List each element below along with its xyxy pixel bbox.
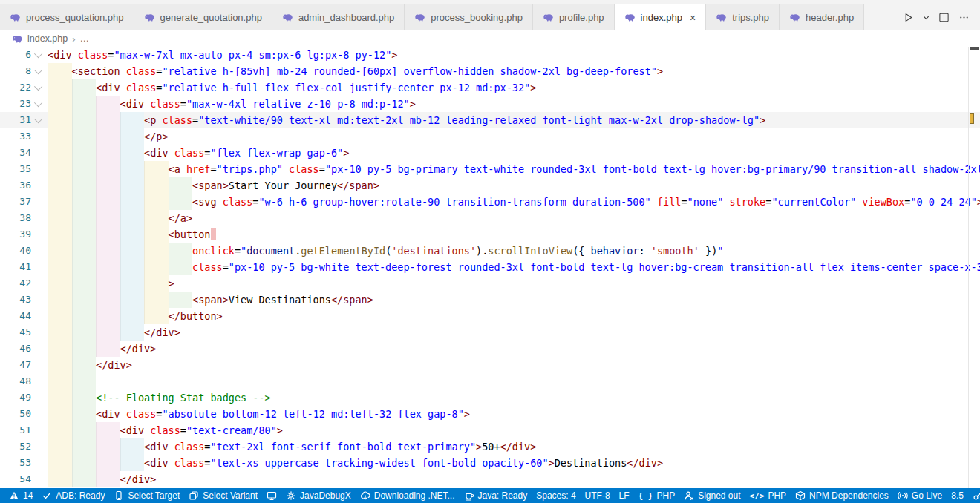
line-number: 43 bbox=[0, 292, 31, 308]
more-actions-icon[interactable] bbox=[957, 12, 971, 23]
code-line-23: 23<div class="max-w-4xl relative z-10 p-… bbox=[0, 96, 980, 112]
status-signed-out[interactable]: Signed out bbox=[679, 488, 745, 503]
indent-band bbox=[48, 210, 72, 226]
gutter: 22 bbox=[0, 79, 48, 96]
code-line-41: 41class="px-10 py-5 bg-white text-deep-f… bbox=[0, 259, 980, 275]
code-token: </div> bbox=[627, 457, 663, 469]
tab-process_quotation.php[interactable]: process_quotation.php bbox=[0, 4, 134, 30]
status-label: JavaDebugX bbox=[300, 490, 351, 501]
status-php[interactable]: { }PHP bbox=[634, 488, 680, 503]
code-text: <span>View Destinations</span> bbox=[192, 292, 373, 308]
line-content: <p class="text-white/90 text-xl md:text-… bbox=[48, 112, 980, 128]
tab-trips.php[interactable]: trips.php bbox=[706, 4, 780, 30]
fold-chevron-icon[interactable] bbox=[31, 96, 48, 112]
run-icon[interactable] bbox=[901, 12, 915, 23]
monitor-icon bbox=[267, 490, 277, 501]
code-token: > bbox=[391, 49, 397, 61]
tab-index.php[interactable]: index.php× bbox=[615, 4, 707, 30]
overview-ruler-scrollbar[interactable] bbox=[968, 47, 980, 488]
fold-chevron-icon[interactable] bbox=[31, 63, 48, 79]
code-token: "max-w-7xl mx-auto px-4 sm:px-6 lg:px-8 … bbox=[114, 49, 391, 61]
code-token: View Destinations bbox=[229, 294, 331, 306]
indent-band bbox=[96, 96, 120, 112]
code-text: <a href="trips.php" class="px-10 py-5 bg… bbox=[169, 161, 980, 177]
indent-band bbox=[72, 341, 97, 357]
code-line-8: 8<section class="relative h-[85vh] mb-24… bbox=[0, 63, 980, 79]
line-number: 42 bbox=[0, 275, 31, 292]
status-select-variant[interactable]: Select Variant bbox=[184, 488, 262, 503]
indent-band bbox=[72, 161, 97, 177]
code-token: = bbox=[192, 114, 198, 126]
tabs-container: process_quotation.phpgenerate_quotation.… bbox=[0, 4, 864, 30]
status-java-ready[interactable]: Java: Ready bbox=[460, 488, 532, 503]
indent-band bbox=[48, 194, 72, 210]
chevron-down-icon[interactable] bbox=[921, 14, 931, 21]
status-go-live[interactable]: Go Live bbox=[893, 488, 947, 503]
status-spaces-4[interactable]: Spaces: 4 bbox=[532, 488, 580, 503]
status-javadebugx[interactable]: JavaDebugX bbox=[281, 488, 356, 503]
indent-band bbox=[169, 177, 193, 194]
code-line-51: 51<div class="text-cream/80"> bbox=[0, 422, 980, 438]
code-text: <p class="text-white/90 text-xl md:text-… bbox=[144, 112, 765, 128]
status-14[interactable]: 14 bbox=[4, 488, 37, 503]
split-editor-icon[interactable] bbox=[937, 12, 951, 23]
code-token: class bbox=[223, 196, 253, 208]
indent-band bbox=[48, 422, 72, 438]
line-number: 44 bbox=[0, 308, 31, 324]
close-icon[interactable]: × bbox=[690, 13, 696, 23]
code-editor[interactable]: 6<div class="max-w-7xl mx-auto px-4 sm:p… bbox=[0, 47, 980, 488]
indent-band bbox=[120, 243, 145, 259]
code-text: <div class="max-w-7xl mx-auto px-4 sm:px… bbox=[48, 47, 397, 63]
status-8.5[interactable]: 8.5 bbox=[947, 488, 968, 503]
line-content: <div class="max-w-4xl relative z-10 p-8 … bbox=[48, 96, 980, 112]
gutter: 40 bbox=[0, 243, 48, 259]
indent-band bbox=[72, 455, 97, 471]
line-number: 53 bbox=[0, 455, 31, 471]
code-token bbox=[180, 163, 186, 175]
code-token: "text-xs uppercase tracking-widest font-… bbox=[210, 457, 548, 469]
fold-chevron-icon[interactable] bbox=[31, 47, 48, 63]
php-elephant-icon bbox=[789, 12, 800, 23]
breadcrumb-more[interactable]: … bbox=[80, 33, 90, 44]
tab-generate_quotation.php[interactable]: generate_quotation.php bbox=[134, 4, 272, 30]
indent-band bbox=[48, 79, 72, 96]
code-token: <div bbox=[120, 98, 145, 110]
code-token: " bbox=[717, 245, 723, 257]
indent-band bbox=[169, 292, 193, 308]
indent-band bbox=[144, 259, 169, 275]
tab-process_booking.php[interactable]: process_booking.php bbox=[405, 4, 533, 30]
tab-profile.php[interactable]: profile.php bbox=[533, 4, 615, 30]
line-number: 40 bbox=[0, 243, 31, 259]
fold-chevron-icon[interactable] bbox=[31, 79, 48, 96]
gear-icon bbox=[286, 490, 296, 501]
line-content: </div> bbox=[48, 357, 980, 373]
status-key-icon[interactable] bbox=[968, 488, 980, 503]
code-token: "px-10 py-5 bg-primary text-white rounde… bbox=[325, 163, 980, 175]
code-token: <div bbox=[96, 82, 120, 93]
breadcrumb[interactable]: index.php › … bbox=[0, 30, 980, 47]
php-elephant-icon bbox=[543, 12, 554, 23]
code-line-46: 46</div> bbox=[0, 341, 980, 357]
status-downloading-.net...[interactable]: Downloading .NET... bbox=[356, 488, 460, 503]
tab-header.php[interactable]: header.php bbox=[780, 4, 864, 30]
status-php[interactable]: </>PHP bbox=[745, 488, 791, 503]
status-adb-ready[interactable]: ADB: Ready bbox=[37, 488, 109, 503]
status-lf[interactable]: LF bbox=[615, 488, 634, 503]
status-utf-8[interactable]: UTF-8 bbox=[581, 488, 615, 503]
status-select-target[interactable]: Select Target bbox=[109, 488, 184, 503]
indent-band bbox=[144, 292, 169, 308]
braces-icon: { } bbox=[638, 491, 653, 501]
tab-admin_dashboard.php[interactable]: admin_dashboard.php bbox=[272, 4, 405, 30]
line-number: 37 bbox=[0, 194, 31, 210]
code-token: stroke bbox=[729, 196, 765, 208]
status-npm-dependencies[interactable]: NPM Dependencies bbox=[791, 488, 893, 503]
fold-chevron-icon[interactable] bbox=[31, 112, 48, 128]
line-number: 48 bbox=[0, 373, 31, 389]
gutter: 35 bbox=[0, 161, 48, 177]
status-monitor-icon[interactable] bbox=[262, 488, 281, 503]
gutter: 33 bbox=[0, 128, 48, 145]
php-elephant-icon bbox=[624, 12, 636, 23]
code-line-40: 40onclick="document.getElementById('dest… bbox=[0, 243, 980, 259]
breadcrumb-file[interactable]: index.php bbox=[27, 33, 68, 44]
tab-label: header.php bbox=[806, 12, 854, 23]
